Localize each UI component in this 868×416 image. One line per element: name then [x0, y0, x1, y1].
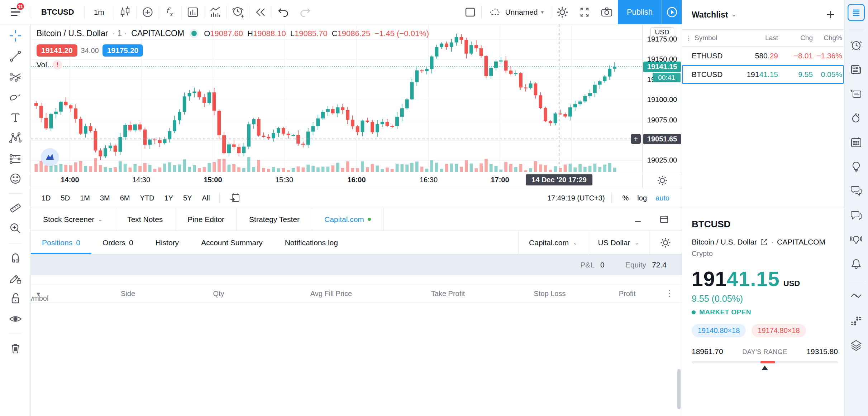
drawing-mode-button[interactable]	[7, 270, 24, 287]
indicators-button[interactable]: fx	[159, 0, 181, 24]
price-axis[interactable]: USD 19175.00 19150.00 19125.00 19100.00 …	[642, 24, 682, 172]
range-6m-button[interactable]: 6M	[116, 192, 134, 204]
range-1m-button[interactable]: 1M	[76, 192, 94, 204]
tab-orders[interactable]: Orders 0	[91, 231, 144, 254]
time-axis-corner[interactable]	[642, 172, 682, 188]
goto-date-button[interactable]	[225, 190, 245, 206]
save-layout-button[interactable]: Unnamed ▾	[482, 0, 551, 24]
volume-warning-icon[interactable]: !	[53, 60, 62, 69]
remove-drawings-button[interactable]	[7, 340, 24, 357]
percent-scale-button[interactable]: %	[618, 192, 633, 204]
brush-tool-button[interactable]	[7, 88, 24, 106]
sidebar-ideas-stream-button[interactable]	[848, 231, 865, 248]
bid-size-pill[interactable]: 19140.80×18	[692, 324, 746, 337]
volume-legend[interactable]: Vol !	[37, 60, 62, 69]
column-take-profit[interactable]: Take Profit	[431, 290, 465, 298]
sidebar-hotlists-button[interactable]	[848, 110, 865, 127]
col-chg[interactable]: Chg	[778, 34, 813, 42]
panel-scrollbar[interactable]	[677, 369, 681, 409]
pitchfork-tool-button[interactable]	[7, 68, 24, 85]
range-1y-button[interactable]: 1Y	[161, 192, 177, 204]
sidebar-news-button[interactable]	[848, 61, 865, 78]
log-scale-button[interactable]: log	[633, 192, 651, 204]
sidebar-ideas-button[interactable]	[848, 158, 865, 175]
alert-button[interactable]	[227, 0, 249, 24]
emoji-tool-button[interactable]	[7, 170, 24, 187]
column-avg-fill-price[interactable]: Avg Fill Price	[310, 290, 352, 298]
column-side[interactable]: Side	[121, 290, 135, 298]
trend-line-tool-button[interactable]	[7, 48, 24, 65]
forecast-tool-button[interactable]	[7, 150, 24, 167]
table-menu-kebab-icon[interactable]: ⋮	[665, 288, 674, 298]
col-symbol[interactable]: Symbol	[695, 34, 717, 42]
currency-select[interactable]: US Dollar⌄	[588, 231, 649, 254]
session-clock[interactable]: 17:49:19 (UTC+3)	[547, 194, 605, 202]
hide-drawings-button[interactable]	[7, 310, 24, 328]
range-5y-button[interactable]: 5Y	[179, 192, 196, 204]
range-all-button[interactable]: All	[198, 192, 214, 204]
text-tool-button[interactable]	[7, 109, 24, 126]
minimize-icon[interactable]	[634, 215, 643, 224]
ask-button[interactable]: 19175.20	[102, 44, 143, 57]
interval-button[interactable]: 1m	[85, 0, 114, 24]
redo-button[interactable]	[294, 0, 316, 24]
time-axis[interactable]: 14:00 14:30 15:00 15:30 16:00 16:30 17:0…	[31, 172, 682, 188]
col-last[interactable]: Last	[738, 34, 778, 42]
add-symbol-icon[interactable]	[825, 9, 836, 20]
broker-select[interactable]: Capital.com⌄	[519, 231, 587, 254]
watchlist-row-ethusd[interactable]: ETHUSD 580.29 −8.01 −1.36%	[682, 47, 844, 65]
lock-drawings-button[interactable]	[7, 290, 24, 307]
watchlist-row-btcusd[interactable]: BTCUSD 19141.15 9.55 0.05%	[682, 65, 844, 84]
financials-button[interactable]	[204, 0, 226, 24]
bar-replay-button[interactable]	[249, 0, 272, 24]
sidebar-public-chat-button[interactable]	[848, 183, 865, 200]
tab-positions[interactable]: Positions 0	[31, 231, 91, 254]
drag-handle-icon[interactable]: ⋮	[686, 34, 692, 42]
chart-settings-button[interactable]	[551, 0, 573, 24]
bid-button[interactable]: 19141.20	[37, 44, 77, 57]
ask-size-pill[interactable]: 19174.80×18	[752, 324, 806, 337]
col-chg-pct[interactable]: Chg%	[813, 34, 842, 42]
range-ytd-button[interactable]: YTD	[136, 192, 158, 204]
auto-scale-button[interactable]: auto	[651, 192, 674, 204]
trade-settings-button[interactable]	[649, 231, 682, 254]
range-5d-button[interactable]: 5D	[57, 192, 74, 204]
column-profit[interactable]: Profit	[619, 290, 636, 298]
restore-window-icon[interactable]	[659, 214, 669, 225]
magnet-mode-button[interactable]	[7, 249, 24, 266]
snapshot-button[interactable]	[596, 0, 618, 24]
column-qty[interactable]: Qty	[213, 290, 224, 298]
tab-text-notes[interactable]: Text Notes	[115, 208, 175, 231]
sidebar-notifications-button[interactable]	[848, 256, 865, 273]
tab-history[interactable]: History	[144, 231, 190, 254]
zoom-in-tool-button[interactable]	[7, 220, 24, 237]
main-menu-button[interactable]: 11	[0, 0, 31, 24]
tab-stock-screener[interactable]: Stock Screener⌄	[31, 208, 115, 231]
symbol-search-button[interactable]: BTCUSD	[31, 0, 84, 24]
tab-strategy-tester[interactable]: Strategy Tester	[237, 208, 312, 231]
column-symbol-sort[interactable]: Symbol ▾	[37, 290, 40, 298]
watchlist-title-menu[interactable]: Watchlist ⌄	[692, 10, 736, 20]
tab-pine-editor[interactable]: Pine Editor	[175, 208, 237, 231]
crosshair-plus-handle[interactable]: +	[631, 134, 641, 144]
sidebar-data-window-button[interactable]	[848, 85, 865, 102]
sidebar-private-chat-button[interactable]	[848, 207, 865, 224]
tab-account-summary[interactable]: Account Summary	[190, 231, 274, 254]
chart-type-button[interactable]	[114, 0, 136, 24]
sidebar-calendar-button[interactable]	[848, 134, 865, 151]
broker-logo-button[interactable]	[41, 148, 59, 166]
range-1d-button[interactable]: 1D	[38, 192, 55, 204]
tab-notifications-log[interactable]: Notifications log	[274, 231, 349, 254]
sidebar-alerts-button[interactable]	[848, 37, 865, 54]
range-3m-button[interactable]: 3M	[96, 192, 114, 204]
indicator-templates-button[interactable]	[182, 0, 204, 24]
undo-button[interactable]	[272, 0, 294, 24]
chart-legend[interactable]: Bitcoin / U.S. Dollar · 1 · CAPITALCOM O…	[37, 29, 429, 38]
publish-button[interactable]: Publish	[618, 0, 662, 24]
external-link-icon[interactable]	[760, 238, 768, 246]
layout-select-button[interactable]	[459, 0, 481, 24]
sidebar-watchlist-button[interactable]	[848, 4, 865, 21]
chart-pane[interactable]: Bitcoin / U.S. Dollar · 1 · CAPITALCOM O…	[31, 24, 642, 172]
column-stop-loss[interactable]: Stop Loss	[534, 290, 566, 298]
measure-tool-button[interactable]	[7, 199, 24, 217]
